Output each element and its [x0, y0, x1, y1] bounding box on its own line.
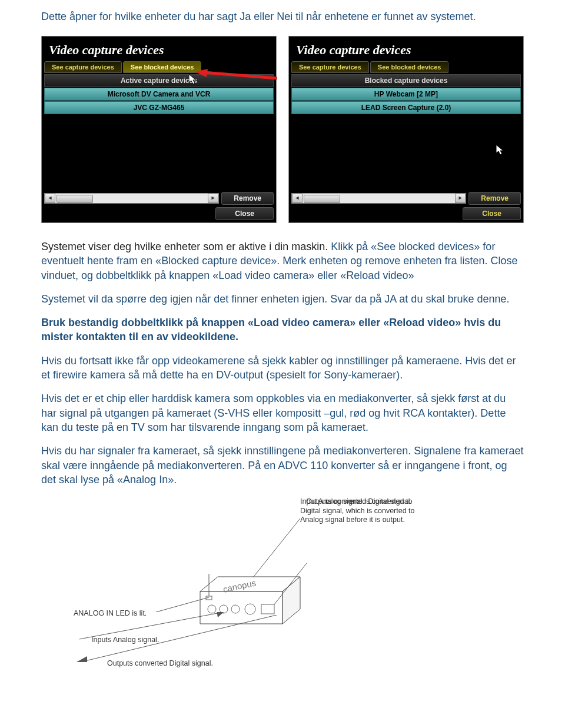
list-header: Blocked capture devices: [291, 74, 521, 87]
paragraph: Hvis du fortsatt ikke får opp videokamer…: [41, 354, 524, 383]
device-row[interactable]: JVC GZ-MG465: [44, 101, 274, 114]
device-row[interactable]: LEAD Screen Capture (2.0): [291, 101, 521, 114]
svg-rect-11: [261, 604, 274, 614]
scroll-right-icon[interactable]: ►: [208, 194, 218, 203]
converter-diagram: canopus Input Analog signal is converted…: [41, 497, 524, 668]
svg-point-9: [231, 605, 240, 613]
scroll-right-icon[interactable]: ►: [455, 194, 466, 203]
window-title: Video capture devices: [289, 36, 523, 61]
tab-see-capture[interactable]: See capture devices: [291, 61, 369, 73]
svg-line-16: [156, 597, 209, 612]
close-button[interactable]: Close: [463, 207, 521, 220]
device-row[interactable]: Microsoft DV Camera and VCR: [44, 88, 274, 101]
svg-line-15: [274, 563, 307, 604]
paragraph: Systemet viser deg hvilke enheter som er…: [41, 240, 524, 282]
svg-marker-3: [496, 145, 503, 155]
device-row[interactable]: HP Webcam [2 MP]: [291, 88, 521, 101]
paragraph: Hvis det er et chip eller harddisk kamer…: [41, 391, 524, 434]
right-capture-window: Video capture devices See capture device…: [288, 36, 524, 223]
tab-see-capture[interactable]: See capture devices: [44, 61, 122, 73]
svg-marker-2: [189, 74, 196, 84]
horizontal-scrollbar[interactable]: ◄ ►: [44, 193, 219, 204]
diagram-label-mid: Outputs converted Digital signal.: [306, 497, 412, 507]
close-button[interactable]: Close: [215, 207, 274, 220]
remove-button[interactable]: Remove: [468, 192, 521, 205]
scroll-thumb[interactable]: [56, 195, 93, 203]
scroll-left-icon[interactable]: ◄: [292, 194, 303, 203]
leader-line: [274, 563, 307, 604]
arrow-outputs: [77, 615, 277, 662]
window-title: Video capture devices: [42, 36, 276, 61]
remove-button[interactable]: Remove: [221, 192, 274, 205]
tab-see-blocked[interactable]: See blocked devices: [123, 61, 202, 73]
intro-text: Dette åpner for hvilke enheter du har sa…: [41, 11, 524, 23]
paragraph-emphasis: Bruk bestandig dobbeltklikk på knappen «…: [41, 315, 524, 344]
scroll-thumb[interactable]: [304, 195, 340, 203]
list-header: Active capture devices: [44, 74, 274, 87]
leader-line: [156, 597, 209, 612]
horizontal-scrollbar[interactable]: ◄ ►: [291, 193, 466, 204]
scroll-left-icon[interactable]: ◄: [45, 194, 55, 203]
svg-point-10: [245, 604, 255, 614]
screenshot-row: Video capture devices See capture device…: [41, 36, 524, 223]
cursor-icon: [189, 74, 197, 85]
svg-marker-20: [77, 656, 87, 662]
cursor-icon: [496, 145, 504, 155]
paragraph: Systemet vil da spørre deg igjen når det…: [41, 292, 524, 306]
tab-see-blocked[interactable]: See blocked devices: [370, 61, 449, 73]
paragraph: Hvis du har signaler fra kameraet, så sj…: [41, 444, 524, 487]
left-capture-window: Video capture devices See capture device…: [41, 36, 277, 223]
svg-line-19: [85, 615, 277, 661]
